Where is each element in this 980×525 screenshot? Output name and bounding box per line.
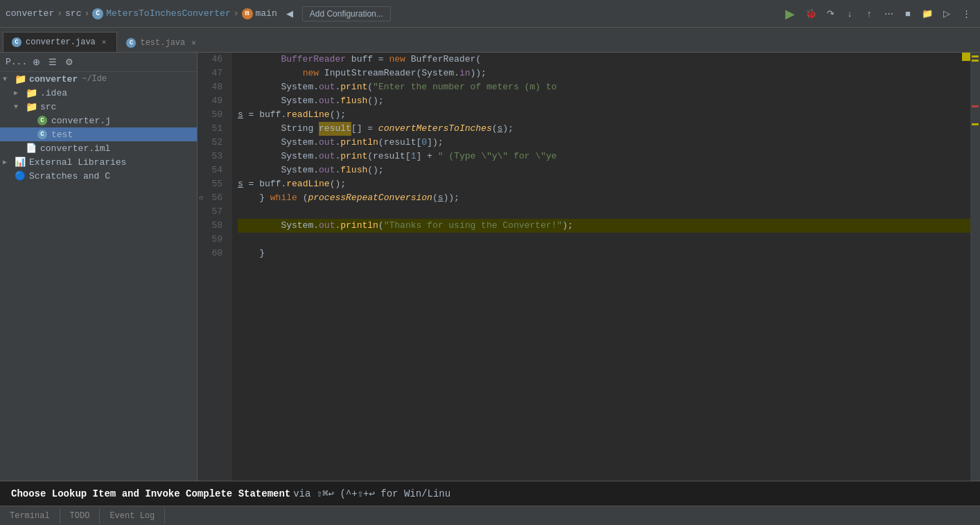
src-arrow-down-icon: ▼ xyxy=(14,103,25,111)
project-structure-button[interactable]: 📁 xyxy=(919,6,936,22)
project-label: P... xyxy=(6,57,27,67)
gutter: 46 47 48 49 50 51 52 53 54 55 56 57 58 5… xyxy=(198,53,232,481)
more-button[interactable]: ⋯ xyxy=(880,6,897,22)
ln-47: 47 xyxy=(198,66,227,80)
sidebar-item-idea[interactable]: ▶ 📁 .idea xyxy=(0,86,197,100)
code-line-50: s = buff.readLine(); xyxy=(238,108,970,122)
breadcrumb-class-icon: C xyxy=(92,8,103,19)
step-out-button[interactable]: ↑ xyxy=(861,6,877,22)
code-lines: BufferReader buff = new BufferReader( ne… xyxy=(232,53,970,260)
converter-java-icon: C xyxy=(36,115,49,126)
ln-50: 50 xyxy=(198,108,227,122)
scroll-marker-yellow-2 xyxy=(972,60,979,62)
sidebar-item-test[interactable]: C test xyxy=(0,127,197,141)
line-numbers: 46 47 48 49 50 51 52 53 54 55 56 57 58 5… xyxy=(198,53,232,260)
ln-54: 54 xyxy=(198,163,227,177)
sidebar-locate-button[interactable]: ⊕ xyxy=(30,55,43,69)
ln-60: 60 xyxy=(198,247,227,260)
breadcrumb-src[interactable]: src xyxy=(65,8,81,19)
sidebar-item-converter-root[interactable]: ▼ 📁 converter ~/Ide xyxy=(0,72,197,86)
breadcrumb-class[interactable]: MetersToInchesConverter xyxy=(106,8,230,19)
sidebar-item-converter-java-label: converter.j xyxy=(51,116,111,126)
tab-converter-java-label: converter.java xyxy=(26,37,96,47)
toolbar-right: ▶ 🐞 ↷ ↓ ↑ ⋯ ■ 📁 ▷ ⋮ xyxy=(780,4,974,24)
code-line-47: new InputStreamReader(System.in)); xyxy=(238,66,970,80)
ln-49: 49 xyxy=(198,94,227,108)
sidebar-collapse-button[interactable]: ☰ xyxy=(46,55,60,69)
stop-button[interactable]: ■ xyxy=(900,6,916,22)
src-folder-icon: 📁 xyxy=(25,101,37,112)
sidebar-item-scratches[interactable]: 🔵 Scratches and C xyxy=(0,169,197,183)
scroll-marker-red xyxy=(972,105,979,107)
tab-test-java-icon: C xyxy=(126,38,136,48)
code-line-52: System.out.println(result[0]); xyxy=(238,136,970,150)
tab-converter-java[interactable]: C converter.java ✕ xyxy=(3,32,117,52)
bottom-tab-todo[interactable]: TODO xyxy=(60,508,100,524)
tab-converter-java-icon: C xyxy=(12,37,21,47)
arrow-down-icon: ▼ xyxy=(3,75,14,83)
tab-converter-java-close[interactable]: ✕ xyxy=(100,37,109,47)
bottom-tabs: Terminal TODO Event Log xyxy=(0,506,980,525)
ln-48: 48 xyxy=(198,80,227,94)
sidebar-item-converter-java[interactable]: C converter.j xyxy=(0,114,197,127)
code-line-51: String result[] = convertMetersToInches(… xyxy=(238,122,970,136)
code-line-54: System.out.flush(); xyxy=(238,163,970,177)
right-scrollbar[interactable] xyxy=(970,53,980,481)
idea-folder-icon: 📁 xyxy=(25,87,37,98)
sidebar-item-iml-label: converter.iml xyxy=(40,143,110,154)
ln-46: 46 xyxy=(198,53,227,66)
sidebar-item-converter-iml[interactable]: 📄 converter.iml xyxy=(0,141,197,155)
breadcrumb-method[interactable]: main xyxy=(256,8,277,19)
ln-59: 59 xyxy=(198,233,227,247)
code-line-59 xyxy=(238,233,970,247)
sidebar-item-src[interactable]: ▼ 📁 src xyxy=(0,100,197,114)
tab-test-java-close[interactable]: ✕ xyxy=(189,37,198,48)
arrow-right-icon: ▶ xyxy=(14,89,25,97)
sidebar-item-ext-libs-label: External Libraries xyxy=(29,157,126,168)
ln-53: 53 xyxy=(198,150,227,163)
test-java-icon: C xyxy=(36,129,49,140)
top-bar: converter › src › C MetersToInchesConver… xyxy=(0,0,980,28)
run-config-button[interactable]: ▷ xyxy=(938,6,955,22)
scratches-icon: 🔵 xyxy=(14,170,26,181)
ln-52: 52 xyxy=(198,136,227,150)
code-line-58: System.out.println("Thanks for using the… xyxy=(238,219,970,233)
sidebar-item-converter-label: converter xyxy=(29,74,78,84)
tab-test-java[interactable]: C test.java ✕ xyxy=(117,33,207,52)
sidebar: P... ⊕ ☰ ⚙ ▼ 📁 converter ~/Ide ▶ 📁 .idea… xyxy=(0,53,198,481)
hint-text-suffix: via ⇧⌘↩ (^+⇧+↩ for Win/Linu xyxy=(293,488,450,499)
code-editor[interactable]: BufferReader buff = new BufferReader( ne… xyxy=(232,53,970,481)
bottom-tab-event-log[interactable]: Event Log xyxy=(100,508,165,524)
sidebar-item-test-label: test xyxy=(51,130,73,140)
step-into-button[interactable]: ↓ xyxy=(841,6,858,22)
scroll-marker-yellow-1 xyxy=(972,55,979,57)
code-line-57 xyxy=(238,205,970,219)
sidebar-item-src-label: src xyxy=(40,102,56,112)
ext-arrow-right-icon: ▶ xyxy=(3,158,14,166)
code-line-49: System.out.flush(); xyxy=(238,94,970,108)
navigate-back-button[interactable]: ◀ xyxy=(281,6,298,22)
code-line-55: s = buff.readLine(); xyxy=(238,177,970,191)
ln-51: 51 xyxy=(198,122,227,136)
sidebar-item-scratches-label: Scratches and C xyxy=(29,171,110,181)
sidebar-item-external-libraries[interactable]: ▶ 📊 External Libraries xyxy=(0,155,197,169)
code-line-60: } xyxy=(238,247,970,260)
error-stripe-yellow xyxy=(962,53,970,61)
ext-libs-icon: 📊 xyxy=(14,157,26,168)
tabs-bar: C converter.java ✕ C test.java ✕ xyxy=(0,28,980,53)
code-line-53: System.out.print(result[1] + " (Type \"y… xyxy=(238,150,970,163)
step-over-button[interactable]: ↷ xyxy=(822,6,839,22)
more2-button[interactable]: ⋮ xyxy=(958,6,974,22)
sidebar-settings-button[interactable]: ⚙ xyxy=(62,55,76,69)
breadcrumb-converter[interactable]: converter xyxy=(6,8,54,19)
iml-file-icon: 📄 xyxy=(25,143,37,154)
breadcrumb-method-icon: m xyxy=(242,8,253,19)
code-line-46: BufferReader buff = new BufferReader( xyxy=(238,53,970,66)
debug-button[interactable]: 🐞 xyxy=(803,6,819,22)
ln-57: 57 xyxy=(198,205,227,219)
add-configuration-button[interactable]: Add Configuration... xyxy=(302,6,391,21)
ln-56: 56 xyxy=(198,191,227,205)
bottom-tab-terminal[interactable]: Terminal xyxy=(0,508,60,524)
sidebar-item-idea-label: .idea xyxy=(40,88,67,98)
run-button[interactable]: ▶ xyxy=(780,4,800,24)
